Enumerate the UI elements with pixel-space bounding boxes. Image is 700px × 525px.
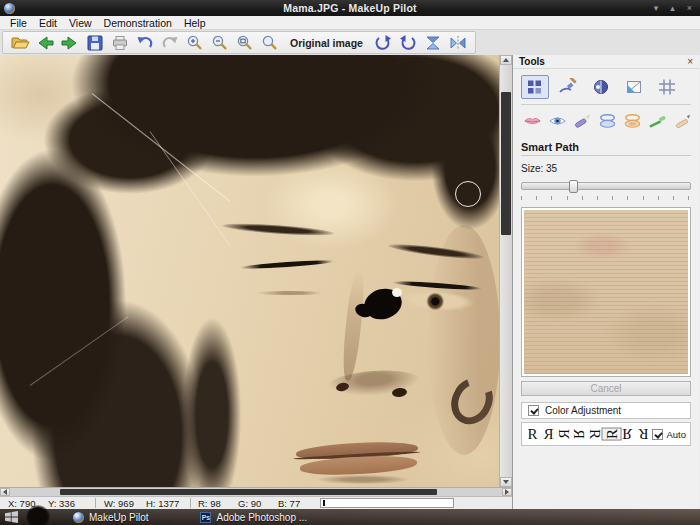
forward-icon[interactable] — [58, 33, 82, 53]
flip-horizontal-icon[interactable] — [446, 33, 470, 53]
horizontal-scroll-track[interactable] — [10, 488, 502, 496]
taskbar-item-makeup-pilot[interactable]: MakeUp Pilot — [73, 512, 148, 523]
photo-lip-shadow — [318, 475, 408, 484]
toolbar: Original image — [0, 30, 700, 55]
tool-powder-blue-icon[interactable] — [596, 111, 619, 131]
makeup-pilot-icon — [73, 512, 84, 523]
scroll-left-arrow[interactable] — [0, 488, 10, 496]
original-image-label: Original image — [283, 37, 370, 49]
back-icon[interactable] — [33, 33, 57, 53]
tool-clone-icon[interactable] — [587, 75, 615, 99]
tool-eyeliner-icon[interactable] — [571, 111, 594, 131]
horizontal-scrollbar[interactable] — [0, 487, 512, 496]
size-slider-thumb[interactable] — [569, 180, 578, 193]
status-separator — [95, 498, 96, 508]
tool-smart-brush-icon[interactable] — [554, 75, 582, 99]
undo-icon[interactable] — [133, 33, 157, 53]
print-icon[interactable] — [108, 33, 132, 53]
flip-vertical-icon[interactable] — [421, 33, 445, 53]
orientation-r-6-selected[interactable]: R — [601, 427, 621, 440]
orientation-r-8[interactable]: R — [637, 425, 650, 443]
orientation-r-1[interactable]: R — [526, 425, 539, 443]
tool-lips-icon[interactable] — [521, 111, 544, 131]
tools-panel-close-icon[interactable]: × — [687, 57, 693, 67]
menu-help[interactable]: Help — [178, 17, 212, 29]
scroll-down-arrow[interactable] — [500, 477, 512, 487]
zoom-actual-icon[interactable] — [258, 33, 282, 53]
auto-checkbox[interactable] — [652, 429, 663, 440]
photo-under-eye — [256, 291, 322, 295]
window-title: Mama.JPG - MakeUp Pilot — [0, 2, 700, 14]
size-slider[interactable] — [521, 180, 691, 193]
zoom-out-icon[interactable] — [208, 33, 232, 53]
open-icon[interactable] — [8, 33, 32, 53]
vertical-scroll-thumb[interactable] — [501, 92, 511, 235]
status-separator — [190, 498, 191, 508]
scroll-up-arrow[interactable] — [500, 55, 512, 65]
windows-start-icon[interactable] — [5, 511, 18, 523]
cancel-button[interactable]: Cancel — [521, 381, 691, 396]
size-slider-ticks — [521, 196, 691, 200]
maximize-icon[interactable]: ▴ — [670, 0, 675, 16]
photo-hair — [0, 55, 499, 487]
texture-preview-frame — [521, 207, 691, 377]
app-window: Mama.JPG - MakeUp Pilot ▾ ▴ × File Edit … — [0, 0, 700, 525]
image-canvas[interactable] — [0, 55, 499, 487]
taskbar: MakeUp Pilot Ps Adobe Photoshop ... — [0, 509, 700, 525]
vertical-scroll-track[interactable] — [500, 65, 512, 477]
menu-view[interactable]: View — [63, 17, 98, 29]
redo-icon[interactable] — [158, 33, 182, 53]
zoom-in-icon[interactable] — [183, 33, 207, 53]
status-blue: B: 77 — [278, 498, 300, 509]
photo-eye-left — [250, 267, 330, 292]
status-caret — [323, 500, 325, 506]
rotate-ccw-icon[interactable] — [396, 33, 420, 53]
color-adjustment-checkbox[interactable] — [528, 405, 539, 416]
size-slider-track[interactable] — [521, 182, 691, 190]
taskbar-item-photoshop[interactable]: Ps Adobe Photoshop ... — [200, 512, 307, 523]
color-adjustment-row[interactable]: Color Adjustment — [521, 402, 691, 419]
minimize-icon[interactable]: ▾ — [654, 0, 659, 16]
horizontal-scroll-thumb[interactable] — [60, 489, 437, 495]
smart-path-heading: Smart Path — [521, 141, 691, 156]
tool-grid-icon[interactable] — [653, 75, 681, 99]
canvas-column: X: 790 Y: 336 W: 969 H: 1377 R: 98 G: 90… — [0, 55, 513, 509]
rotate-cw-icon[interactable] — [371, 33, 395, 53]
start-orb-shadow — [26, 505, 50, 525]
tool-tiles-icon[interactable] — [521, 75, 549, 99]
status-y: Y: 336 — [48, 498, 75, 509]
menu-demonstration[interactable]: Demonstration — [98, 17, 178, 29]
save-icon[interactable] — [83, 33, 107, 53]
tool-concealer-icon[interactable] — [671, 111, 694, 131]
photoshop-icon: Ps — [200, 512, 211, 523]
tool-powder-orange-icon[interactable] — [621, 111, 644, 131]
tools-panel: Tools × — [513, 55, 699, 509]
tool-crop-icon[interactable] — [620, 75, 648, 99]
menu-edit[interactable]: Edit — [33, 17, 63, 29]
orientation-row: R R R R R R R R Auto — [521, 422, 691, 446]
tool-eye-icon[interactable] — [546, 111, 569, 131]
orientation-r-2[interactable]: R — [542, 425, 555, 443]
photo-cheek-shade — [428, 225, 499, 455]
orientation-r-7[interactable]: R — [621, 425, 634, 443]
status-green: G: 90 — [238, 498, 261, 509]
status-red: R: 98 — [198, 498, 221, 509]
taskbar-item-label: Adobe Photoshop ... — [216, 512, 307, 523]
menubar: File Edit View Demonstration Help — [0, 16, 700, 30]
tool-mascara-brush-icon[interactable] — [646, 111, 669, 131]
photo-damage-highlight — [392, 288, 402, 297]
status-height: H: 1377 — [146, 498, 179, 509]
tools-panel-titlebar: Tools × — [513, 55, 699, 69]
size-label: Size: 35 — [521, 163, 691, 174]
close-icon[interactable]: × — [687, 0, 692, 16]
zoom-fit-icon[interactable] — [233, 33, 257, 53]
vertical-scrollbar[interactable] — [499, 55, 512, 487]
menu-file[interactable]: File — [4, 17, 33, 29]
status-progress-box — [320, 498, 454, 508]
status-width: W: 969 — [104, 498, 134, 509]
scroll-right-arrow[interactable] — [502, 488, 512, 496]
statusbar: X: 790 Y: 336 W: 969 H: 1377 R: 98 G: 90… — [0, 496, 512, 509]
texture-preview — [524, 210, 688, 374]
taskbar-item-label: MakeUp Pilot — [89, 512, 148, 523]
titlebar: Mama.JPG - MakeUp Pilot ▾ ▴ × — [0, 0, 700, 16]
